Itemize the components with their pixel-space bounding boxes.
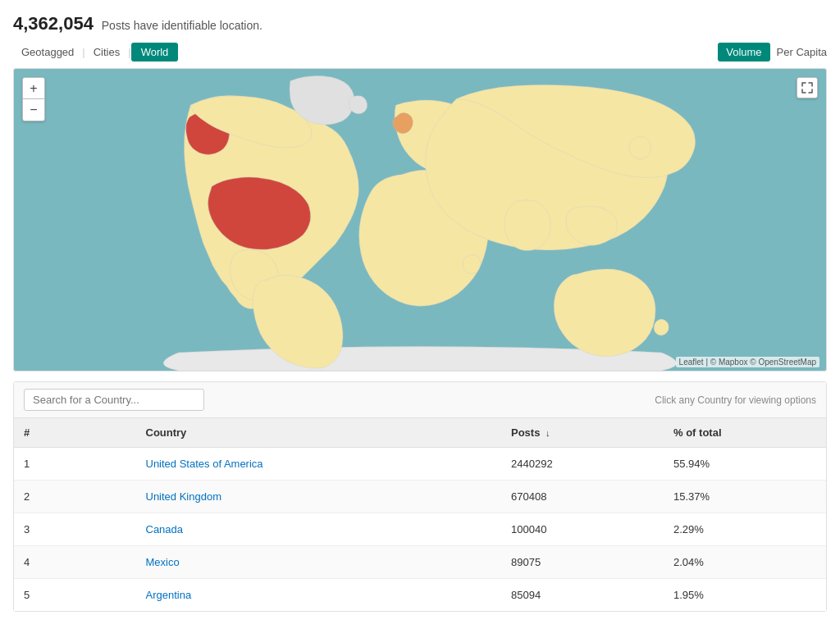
view-toggle: Volume Per Capita bbox=[718, 43, 827, 62]
cell-rank: 3 bbox=[14, 513, 136, 546]
cell-country[interactable]: Canada bbox=[136, 513, 502, 546]
posts-count: 4,362,054 bbox=[13, 13, 94, 34]
table-hint: Click any Country for viewing options bbox=[655, 394, 816, 406]
col-header-rank: # bbox=[14, 418, 136, 448]
page-wrapper: 4,362,054 Posts have identifiable locati… bbox=[0, 0, 840, 625]
table-toolbar: Click any Country for viewing options bbox=[14, 382, 826, 418]
zoom-in-button[interactable]: + bbox=[23, 78, 44, 99]
cell-country[interactable]: United Kingdom bbox=[136, 481, 502, 513]
country-search-input[interactable] bbox=[24, 389, 204, 411]
posts-label: Posts have identifiable location. bbox=[102, 19, 262, 32]
cell-posts: 670408 bbox=[501, 481, 664, 513]
cell-rank: 5 bbox=[14, 579, 136, 612]
table-header-row: # Country Posts ↓ % of total bbox=[14, 418, 826, 448]
stats-header: 4,362,054 Posts have identifiable locati… bbox=[13, 13, 827, 34]
percapita-button[interactable]: Per Capita bbox=[777, 46, 827, 58]
country-table-section: Click any Country for viewing options # … bbox=[13, 381, 827, 612]
map-attribution: Leaflet | © Mapbox © OpenStreetMap bbox=[676, 357, 819, 367]
table-row[interactable]: 4 Mexico 89075 2.04% bbox=[14, 546, 826, 579]
cell-rank: 4 bbox=[14, 546, 136, 579]
tab-cities[interactable]: Cities bbox=[85, 43, 129, 62]
cell-pct: 2.29% bbox=[664, 513, 826, 546]
cell-rank: 1 bbox=[14, 448, 136, 481]
country-table: # Country Posts ↓ % of total 1 United St… bbox=[14, 418, 826, 611]
table-row[interactable]: 5 Argentina 85094 1.95% bbox=[14, 579, 826, 612]
cell-country[interactable]: Mexico bbox=[136, 546, 502, 579]
cell-pct: 1.95% bbox=[664, 579, 826, 612]
cell-posts: 100040 bbox=[501, 513, 664, 546]
zoom-out-button[interactable]: − bbox=[23, 99, 44, 121]
cell-country[interactable]: United States of America bbox=[136, 448, 502, 481]
col-header-country: Country bbox=[136, 418, 502, 448]
world-map[interactable]: + − bbox=[13, 68, 827, 371]
zoom-controls: + − bbox=[22, 77, 45, 121]
volume-button[interactable]: Volume bbox=[718, 43, 769, 62]
tab-world[interactable]: World bbox=[131, 43, 179, 62]
cell-posts: 85094 bbox=[501, 579, 664, 612]
cell-pct: 2.04% bbox=[664, 546, 826, 579]
cell-posts: 89075 bbox=[501, 546, 664, 579]
cell-country[interactable]: Argentina bbox=[136, 579, 502, 612]
tab-geotagged[interactable]: Geotagged bbox=[13, 43, 82, 62]
cell-pct: 55.94% bbox=[664, 448, 826, 481]
table-row[interactable]: 2 United Kingdom 670408 15.37% bbox=[14, 481, 826, 513]
tab-bar: Geotagged | Cities | World Volume Per Ca… bbox=[13, 43, 827, 62]
table-row[interactable]: 3 Canada 100040 2.29% bbox=[14, 513, 826, 546]
cell-posts: 2440292 bbox=[501, 448, 664, 481]
col-header-posts[interactable]: Posts ↓ bbox=[501, 418, 664, 448]
table-row[interactable]: 1 United States of America 2440292 55.94… bbox=[14, 448, 826, 481]
map-svg bbox=[14, 69, 826, 371]
cell-pct: 15.37% bbox=[664, 481, 826, 513]
cell-rank: 2 bbox=[14, 481, 136, 513]
col-header-pct: % of total bbox=[664, 418, 826, 448]
fullscreen-button[interactable] bbox=[797, 77, 818, 98]
